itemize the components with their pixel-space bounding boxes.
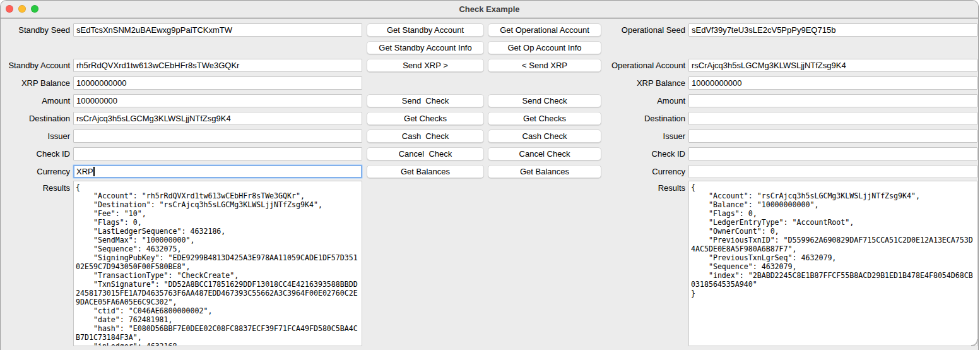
standby-account-label: Standby Account bbox=[1, 59, 70, 72]
standby-balance-label: XRP Balance bbox=[1, 76, 70, 90]
app-window: Check Example Standby Seed Standby Accou… bbox=[0, 0, 979, 350]
operational-balance-input[interactable] bbox=[688, 76, 977, 90]
cancel-check-standby-button[interactable]: Cancel Check bbox=[367, 147, 484, 160]
operational-balance-label: XRP Balance bbox=[578, 76, 685, 90]
operational-currency-input[interactable] bbox=[688, 165, 977, 178]
operational-issuer-input[interactable] bbox=[688, 130, 977, 143]
operational-account-label: Operational Account bbox=[578, 59, 685, 72]
standby-amount-input[interactable] bbox=[73, 94, 362, 107]
standby-destination-input[interactable] bbox=[73, 112, 362, 125]
operational-issuer-label: Issuer bbox=[578, 130, 685, 143]
get-standby-account-info-button[interactable]: Get Standby Account Info bbox=[367, 41, 484, 54]
standby-destination-label: Destination bbox=[1, 112, 70, 125]
operational-results-label: Results bbox=[578, 181, 685, 195]
title-bar[interactable]: Check Example bbox=[1, 1, 978, 18]
standby-currency-input[interactable] bbox=[73, 165, 362, 178]
get-op-account-info-button[interactable]: Get Op Account Info bbox=[488, 41, 601, 54]
operational-amount-label: Amount bbox=[578, 94, 685, 107]
standby-issuer-input[interactable] bbox=[73, 130, 362, 143]
standby-balance-input[interactable] bbox=[73, 76, 362, 90]
get-balances-standby-button[interactable]: Get Balances bbox=[367, 165, 484, 178]
text-cursor bbox=[93, 167, 95, 176]
standby-seed-input[interactable] bbox=[73, 23, 362, 37]
operational-currency-label: Currency bbox=[578, 165, 685, 178]
cash-check-standby-button[interactable]: Cash Check bbox=[367, 130, 484, 143]
operational-seed-input[interactable] bbox=[688, 23, 977, 37]
send-check-standby-button[interactable]: Send Check bbox=[367, 94, 484, 107]
standby-seed-label: Standby Seed bbox=[1, 23, 70, 37]
standby-amount-label: Amount bbox=[1, 94, 70, 107]
standby-results-text[interactable]: { "Account": "rh5rRdQVXrd1tw613wCEbHFr8s… bbox=[73, 181, 362, 346]
operational-seed-label: Operational Seed bbox=[578, 23, 685, 37]
standby-check-id-label: Check ID bbox=[1, 147, 70, 160]
standby-check-id-input[interactable] bbox=[73, 147, 362, 160]
window-title: Check Example bbox=[1, 1, 978, 18]
standby-issuer-label: Issuer bbox=[1, 130, 70, 143]
operational-check-id-input[interactable] bbox=[688, 147, 977, 160]
operational-check-id-label: Check ID bbox=[578, 147, 685, 160]
operational-results-text[interactable]: { "Account": "rsCrAjcq3h5sLGCMg3KLWSLjjN… bbox=[688, 181, 977, 346]
operational-account-input[interactable] bbox=[688, 59, 977, 72]
standby-account-input[interactable] bbox=[73, 59, 362, 72]
standby-results-label: Results bbox=[1, 181, 70, 195]
send-xrp-right-button[interactable]: Send XRP > bbox=[367, 59, 484, 72]
standby-currency-label: Currency bbox=[1, 165, 70, 178]
operational-destination-input[interactable] bbox=[688, 112, 977, 125]
operational-destination-label: Destination bbox=[578, 112, 685, 125]
get-standby-account-button[interactable]: Get Standby Account bbox=[367, 23, 484, 37]
get-checks-standby-button[interactable]: Get Checks bbox=[367, 112, 484, 125]
operational-amount-input[interactable] bbox=[688, 94, 977, 107]
